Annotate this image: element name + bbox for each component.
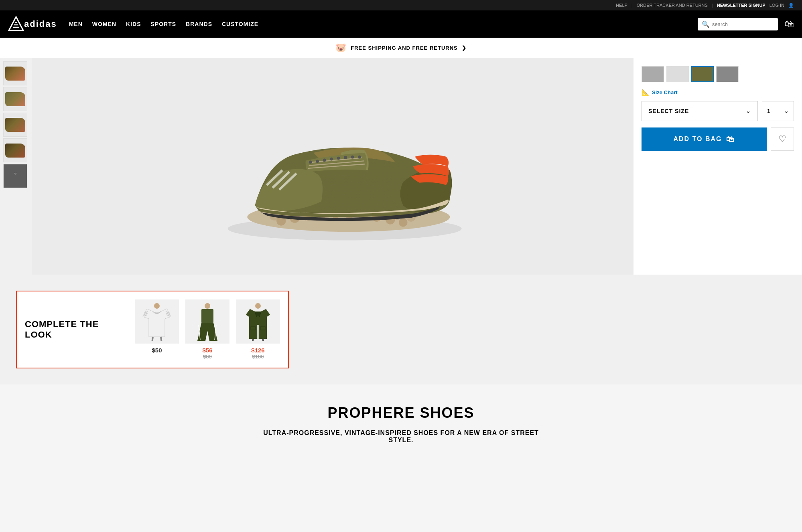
look-price-1: $50 — [152, 347, 162, 354]
search-input[interactable] — [712, 21, 774, 27]
complete-look-title: COMPLETE THE LOOK — [25, 319, 127, 340]
color-tab-4[interactable] — [716, 66, 739, 82]
nav-customize[interactable]: CUSTOMIZE — [222, 21, 258, 27]
size-select-label: SELECT SIZE — [648, 108, 689, 114]
svg-point-33 — [330, 158, 333, 161]
truck-icon: 🐷 — [335, 42, 347, 53]
qty-label: 1 — [767, 108, 770, 114]
color-tabs — [642, 66, 794, 82]
heart-icon: ♡ — [778, 134, 786, 144]
svg-line-50 — [152, 337, 153, 341]
shipping-text: FREE SHIPPING AND FREE RETURNS — [351, 45, 457, 51]
nav-brands[interactable]: BRANDS — [186, 21, 212, 27]
svg-line-59 — [252, 339, 253, 341]
color-tab-2[interactable] — [666, 66, 689, 82]
size-chart-link[interactable]: 📐 Size Chart — [642, 89, 794, 96]
product-tagline: ULTRA-PROGRESSIVE, VINTAGE-INSPIRED SHOE… — [261, 429, 542, 444]
nav-kids[interactable]: KIDS — [126, 21, 141, 27]
newsletter-link[interactable]: NEWSLETTER SIGNUP — [717, 3, 765, 8]
size-quantity-row: SELECT SIZE ⌄ 1 ⌄ — [642, 101, 794, 121]
size-select-dropdown[interactable]: SELECT SIZE ⌄ — [642, 101, 758, 121]
svg-line-60 — [263, 339, 264, 341]
complete-look-section: COMPLETE THE LOOK — [16, 291, 289, 368]
shoe-illustration — [197, 82, 469, 251]
logo-area[interactable]: adidas — [8, 16, 57, 32]
shipping-bar[interactable]: 🐷 FREE SHIPPING AND FREE RETURNS ❯ — [0, 38, 802, 58]
main-product-image — [32, 58, 633, 275]
nav-men[interactable]: MEN — [69, 21, 83, 27]
sep2: | — [712, 3, 713, 8]
wishlist-button[interactable]: ♡ — [771, 127, 794, 151]
pants-illustration — [191, 303, 223, 341]
nav-right: 🔍 🛍 — [698, 18, 794, 30]
product-description: PROPHERE SHOES ULTRA-PROGRESSIVE, VINTAG… — [0, 384, 802, 456]
thumbnail-3[interactable] — [3, 113, 27, 137]
svg-point-26 — [399, 218, 407, 227]
look-item-1[interactable]: $50 — [135, 299, 179, 360]
thumbnails: ˅ — [0, 58, 32, 275]
thumbnail-1[interactable] — [3, 61, 27, 85]
svg-point-35 — [344, 156, 347, 159]
search-box[interactable]: 🔍 — [698, 18, 778, 30]
thumb-shoe-4 — [5, 144, 25, 158]
help-link[interactable]: HELP — [616, 3, 627, 8]
qty-chevron-icon: ⌄ — [784, 108, 789, 114]
order-tracker-link[interactable]: ORDER TRACKER AND RETURNS — [637, 3, 708, 8]
product-name: PROPHERE SHOES — [8, 405, 794, 421]
color-tab-1[interactable] — [642, 66, 664, 82]
look-items: $50 $56 $80 — [135, 299, 280, 360]
look-original-2: $80 — [203, 354, 212, 360]
shipping-arrow: ❯ — [462, 45, 467, 51]
nav-links: MEN WOMEN KIDS SPORTS BRANDS CUSTOMIZE — [69, 21, 698, 27]
add-row: ADD TO BAG 🛍 ♡ — [642, 127, 794, 151]
look-item-3[interactable]: $126 $180 — [236, 299, 280, 360]
utility-bar: HELP | ORDER TRACKER AND RETURNS | NEWSL… — [0, 0, 802, 10]
login-icon: 👤 — [788, 3, 794, 8]
ruler-icon: 📐 — [642, 89, 650, 96]
look-img-2 — [185, 299, 229, 344]
content-area: ˅ — [0, 58, 802, 275]
tshirt-illustration — [141, 303, 173, 341]
product-panel: 📐 Size Chart SELECT SIZE ⌄ 1 ⌄ ADD TO BA… — [633, 58, 802, 275]
complete-look-wrapper: COMPLETE THE LOOK — [0, 275, 802, 384]
svg-point-30 — [309, 160, 312, 164]
search-icon: 🔍 — [702, 20, 710, 28]
nav-sports[interactable]: SPORTS — [151, 21, 177, 27]
svg-point-36 — [351, 156, 354, 159]
jacket-illustration — [242, 303, 274, 341]
thumb-shoe-1 — [5, 67, 25, 81]
look-original-3: $180 — [252, 354, 264, 360]
color-tab-3[interactable] — [691, 66, 714, 82]
qty-select-dropdown[interactable]: 1 ⌄ — [762, 101, 794, 121]
thumbnail-2[interactable] — [3, 87, 27, 111]
main-nav: adidas MEN WOMEN KIDS SPORTS BRANDS CUST… — [0, 10, 802, 38]
add-to-bag-button[interactable]: ADD TO BAG 🛍 — [642, 127, 767, 151]
thumbnail-4[interactable] — [3, 138, 27, 162]
svg-point-37 — [358, 156, 361, 159]
login-link[interactable]: LOG IN — [770, 3, 784, 8]
bag-icon: 🛍 — [726, 135, 735, 144]
size-chevron-icon: ⌄ — [746, 108, 751, 114]
size-chart-label: Size Chart — [652, 89, 678, 95]
more-overlay: ˅ — [4, 164, 27, 188]
svg-marker-0 — [9, 17, 23, 30]
thumb-shoe-2 — [5, 92, 25, 106]
look-item-2[interactable]: $56 $80 — [185, 299, 229, 360]
svg-point-34 — [337, 157, 340, 160]
look-img-3 — [236, 299, 280, 344]
thumb-shoe-3 — [5, 118, 25, 132]
add-to-bag-label: ADD TO BAG — [673, 136, 722, 143]
svg-rect-53 — [201, 309, 213, 323]
cart-icon[interactable]: 🛍 — [784, 18, 794, 30]
look-price-3: $126 — [251, 347, 264, 354]
svg-point-49 — [154, 303, 160, 309]
svg-point-52 — [205, 303, 210, 309]
svg-point-32 — [323, 159, 326, 162]
logo-text: adidas — [24, 19, 57, 29]
svg-point-56 — [255, 303, 261, 309]
look-img-1 — [135, 299, 179, 344]
thumbnail-5-more[interactable]: ˅ — [3, 164, 27, 188]
adidas-logo-icon — [8, 16, 24, 32]
svg-line-51 — [161, 337, 162, 341]
nav-women[interactable]: WOMEN — [92, 21, 116, 27]
